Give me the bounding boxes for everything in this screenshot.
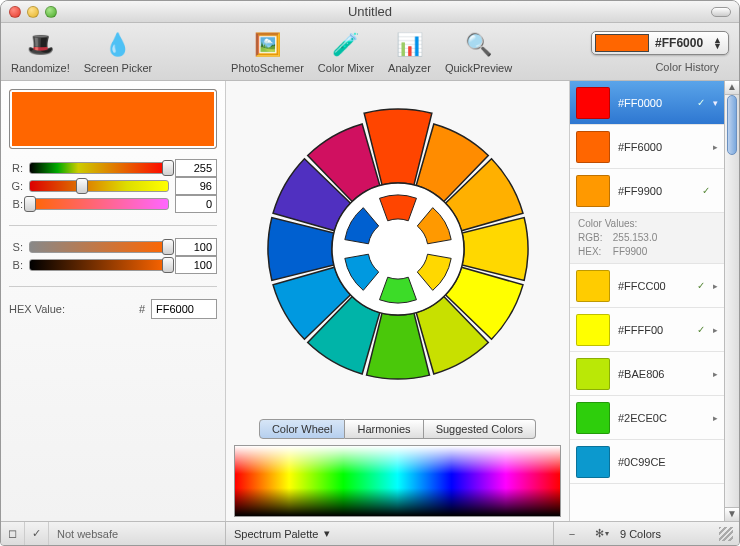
toolbar-quickpreview[interactable]: 🔍QuickPreview [445,30,512,74]
window-title: Untitled [1,4,739,19]
disclosure-icon[interactable]: ▸ [713,325,718,335]
check-icon: ✓ [697,97,705,108]
analyzer-icon: 📊 [392,30,426,60]
current-color-popup[interactable]: #FF6000 ▲ ▼ [591,31,729,55]
history-item[interactable]: #FF0000 ✓ ▾ [570,81,724,125]
brightness-label: B: [9,259,23,271]
brightness-handle[interactable] [162,257,174,273]
toolbar-colormixer[interactable]: 🧪Color Mixer [318,30,374,74]
red-handle[interactable] [162,160,174,176]
history-hex: #FF0000 [618,97,689,109]
main-color-swatch[interactable] [9,89,217,149]
chevron-down-icon[interactable]: ▾ [324,527,330,540]
red-value[interactable] [175,159,217,177]
check-icon: ✓ [702,185,710,196]
history-item[interactable]: #BAE806 ▸ [570,352,724,396]
history-detail: Color Values: RGB: 255.153.0 HEX: FF9900 [570,213,724,264]
history-swatch [576,446,610,478]
disclosure-icon[interactable]: ▸ [713,142,718,152]
current-color-swatch [595,34,649,52]
disclosure-icon[interactable]: ▸ [713,413,718,423]
resize-grip[interactable] [719,527,733,541]
center-panel: Color Wheel Harmonies Suggested Colors [226,81,569,521]
brightness-value[interactable] [175,256,217,274]
gear-button[interactable]: ✻▾ [590,522,614,545]
saturation-value[interactable] [175,238,217,256]
chevron-down-icon: ▼ [713,43,722,49]
color-history-list: #FF0000 ✓ ▾ #FF6000 ▸ #FF9900 ✓ Color Va… [570,81,724,521]
disclosure-icon[interactable]: ▸ [713,281,718,291]
toolbar: 🎩Randomize!💧Screen Picker 🖼️PhotoSchemer… [1,23,739,81]
toolbar-screenpicker[interactable]: 💧Screen Picker [84,30,152,74]
view-tabs: Color Wheel Harmonies Suggested Colors [226,417,569,443]
history-hex: #2ECE0C [618,412,697,424]
quickpreview-icon: 🔍 [462,30,496,60]
green-value[interactable] [175,177,217,195]
disclosure-icon[interactable]: ▸ [713,369,718,379]
scroll-up-icon[interactable]: ▲ [725,81,739,95]
scrollbar[interactable]: ▲ ▼ [724,81,739,521]
history-swatch [576,270,610,302]
saturation-label: S: [9,241,23,253]
history-hex: #FFFF00 [618,324,689,336]
status-check-button[interactable]: ✓ [25,522,49,545]
blue-label: B: [9,198,23,210]
history-item[interactable]: #0C99CE [570,440,724,484]
history-item[interactable]: #2ECE0C ▸ [570,396,724,440]
palette-mode-label: Spectrum Palette [234,528,318,540]
titlebar: Untitled [1,1,739,23]
hex-label: HEX Value: [9,303,65,315]
right-panel: #FF0000 ✓ ▾ #FF6000 ▸ #FF9900 ✓ Color Va… [569,81,739,521]
history-item[interactable]: #FFFF00 ✓ ▸ [570,308,724,352]
toolbar-toggle-button[interactable] [711,7,731,17]
toolbar-randomize[interactable]: 🎩Randomize! [11,30,70,74]
tab-color-wheel[interactable]: Color Wheel [259,419,346,439]
left-panel: R: G: B: S: B: HEX Valu [1,81,226,521]
tab-harmonies[interactable]: Harmonies [345,419,423,439]
color-count: 9 Colors [620,528,661,540]
websafe-status: Not websafe [49,528,126,540]
history-hex: #FF6000 [618,141,697,153]
history-swatch [576,131,610,163]
color-history-label: Color History [655,61,719,73]
scroll-down-icon[interactable]: ▼ [725,507,739,521]
history-item[interactable]: #FFCC00 ✓ ▸ [570,264,724,308]
hex-input[interactable] [151,299,217,319]
brightness-slider[interactable] [29,259,169,271]
history-hex: #FF9900 [618,185,694,197]
disclosure-icon[interactable]: ▾ [713,98,718,108]
toolbar-photoschemer[interactable]: 🖼️PhotoSchemer [231,30,304,74]
remove-color-button[interactable]: − [560,522,584,545]
gear-icon: ✻ [595,527,604,540]
blue-slider[interactable] [29,198,169,210]
green-slider[interactable] [29,180,169,192]
blue-value[interactable] [175,195,217,213]
green-label: G: [9,180,23,192]
current-color-hex: #FF6000 [655,36,703,50]
scroll-thumb[interactable] [727,95,737,155]
status-square-button[interactable]: ◻ [1,522,25,545]
history-swatch [576,87,610,119]
green-handle[interactable] [76,178,88,194]
history-swatch [576,314,610,346]
history-item[interactable]: #FF6000 ▸ [570,125,724,169]
tab-suggested[interactable]: Suggested Colors [424,419,536,439]
toolbar-analyzer[interactable]: 📊Analyzer [388,30,431,74]
check-icon: ✓ [697,280,705,291]
history-swatch [576,358,610,390]
history-swatch [576,175,610,207]
status-bar: ◻ ✓ Not websafe Spectrum Palette ▾ − ✻▾ … [1,521,739,545]
color-wheel[interactable] [248,99,548,399]
app-window: Untitled 🎩Randomize!💧Screen Picker 🖼️Pho… [0,0,740,546]
saturation-handle[interactable] [162,239,174,255]
blue-handle[interactable] [24,196,36,212]
history-item[interactable]: #FF9900 ✓ [570,169,724,213]
colormixer-icon: 🧪 [329,30,363,60]
spectrum-palette[interactable] [234,445,561,517]
red-slider[interactable] [29,162,169,174]
randomize-icon: 🎩 [23,30,57,60]
history-hex: #BAE806 [618,368,697,380]
red-label: R: [9,162,23,174]
photoschemer-icon: 🖼️ [250,30,284,60]
saturation-slider[interactable] [29,241,169,253]
